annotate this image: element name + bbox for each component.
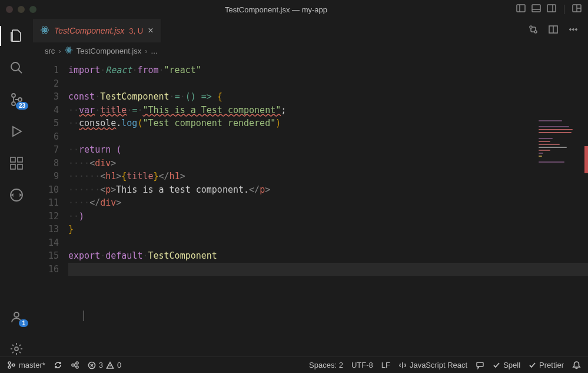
accounts-icon[interactable]: 1 bbox=[0, 309, 33, 325]
git-branch-status[interactable]: master* bbox=[7, 361, 45, 369]
tab-modified-indicator: 3, U bbox=[129, 27, 143, 35]
toggle-primary-sidebar-icon[interactable] bbox=[516, 3, 526, 16]
svg-rect-4 bbox=[547, 5, 556, 12]
encoding-status[interactable]: UTF-8 bbox=[351, 361, 373, 369]
line-number-gutter: 1 2 3 4 5 6 7 8 9 10 11 12 13 14 15 16 bbox=[33, 59, 68, 357]
svg-point-37 bbox=[8, 362, 11, 364]
svg-rect-0 bbox=[517, 5, 525, 12]
prettier-status[interactable]: Prettier bbox=[529, 361, 564, 369]
settings-gear-icon[interactable] bbox=[0, 341, 33, 357]
svg-rect-17 bbox=[18, 164, 22, 169]
scroll-error-indicator[interactable] bbox=[584, 146, 588, 173]
svg-point-38 bbox=[8, 366, 11, 368]
run-debug-icon[interactable] bbox=[0, 124, 33, 139]
toggle-secondary-sidebar-icon[interactable] bbox=[546, 3, 557, 16]
svg-point-27 bbox=[534, 31, 537, 33]
status-bar: master* 3 0 Spaces: 2 UTF-8 LF JavaScrip… bbox=[0, 357, 588, 373]
toggle-panel-icon[interactable] bbox=[531, 3, 542, 16]
svg-line-10 bbox=[18, 70, 22, 73]
language-mode-status[interactable]: JavaScript React bbox=[398, 361, 467, 369]
svg-point-32 bbox=[576, 29, 577, 31]
window-title: TestComponent.jsx — my-app bbox=[36, 5, 516, 14]
text-cursor bbox=[84, 311, 84, 321]
maximize-window-icon[interactable] bbox=[29, 6, 36, 13]
svg-marker-14 bbox=[13, 127, 21, 136]
minimize-window-icon[interactable] bbox=[18, 6, 25, 13]
svg-point-22 bbox=[44, 29, 46, 31]
window-controls[interactable] bbox=[6, 6, 36, 13]
title-bar: TestComponent.jsx — my-app bbox=[0, 0, 588, 19]
breadcrumb-folder[interactable]: src bbox=[45, 47, 55, 55]
react-file-icon bbox=[40, 25, 49, 37]
svg-rect-49 bbox=[477, 362, 483, 367]
separator bbox=[564, 5, 564, 14]
feedback-icon[interactable] bbox=[476, 361, 484, 369]
remote-icon[interactable] bbox=[0, 187, 33, 203]
tab-bar: TestComponent.jsx 3, U × bbox=[33, 19, 588, 42]
chevron-right-icon: › bbox=[145, 47, 147, 55]
svg-point-20 bbox=[14, 312, 19, 317]
problems-status[interactable]: 3 0 bbox=[88, 361, 121, 369]
code-area[interactable]: import·React·from·"react" const·TestComp… bbox=[68, 59, 588, 357]
indentation-status[interactable]: Spaces: 2 bbox=[309, 361, 343, 369]
more-actions-icon[interactable] bbox=[568, 24, 579, 37]
search-icon[interactable] bbox=[0, 60, 33, 75]
compare-changes-icon[interactable] bbox=[528, 24, 539, 37]
svg-line-43 bbox=[74, 364, 76, 365]
svg-point-30 bbox=[570, 29, 572, 31]
react-file-icon bbox=[65, 46, 73, 56]
explorer-icon[interactable] bbox=[0, 28, 33, 44]
account-badge: 1 bbox=[19, 319, 28, 327]
source-control-icon[interactable]: 23 bbox=[0, 92, 33, 107]
svg-point-12 bbox=[12, 102, 15, 105]
svg-line-44 bbox=[74, 366, 76, 367]
split-editor-icon[interactable] bbox=[548, 24, 559, 37]
close-tab-icon[interactable]: × bbox=[148, 25, 153, 36]
layout-controls bbox=[516, 3, 582, 16]
editor-tab[interactable]: TestComponent.jsx 3, U × bbox=[33, 19, 161, 42]
svg-point-41 bbox=[76, 362, 78, 364]
code-editor[interactable]: 1 2 3 4 5 6 7 8 9 10 11 12 13 14 15 16 i… bbox=[33, 59, 588, 357]
eol-status[interactable]: LF bbox=[381, 361, 390, 369]
svg-rect-2 bbox=[532, 5, 540, 12]
svg-point-39 bbox=[12, 364, 15, 367]
live-share-icon[interactable] bbox=[71, 361, 79, 369]
customize-layout-icon[interactable] bbox=[572, 3, 582, 16]
close-window-icon[interactable] bbox=[6, 6, 13, 13]
svg-point-33 bbox=[68, 49, 69, 50]
notifications-icon[interactable] bbox=[572, 361, 581, 369]
chevron-right-icon: › bbox=[58, 47, 61, 55]
svg-point-9 bbox=[11, 62, 19, 71]
svg-rect-15 bbox=[11, 157, 15, 162]
svg-rect-16 bbox=[11, 164, 15, 169]
breadcrumb-symbol[interactable]: ... bbox=[151, 47, 158, 55]
svg-point-31 bbox=[573, 29, 574, 31]
spell-check-status[interactable]: Spell bbox=[493, 361, 520, 369]
scm-badge: 23 bbox=[16, 102, 28, 110]
breadcrumb-file[interactable]: TestComponent.jsx bbox=[77, 47, 142, 55]
breadcrumb[interactable]: src › TestComponent.jsx › ... bbox=[33, 42, 588, 59]
extensions-icon[interactable] bbox=[0, 156, 33, 171]
svg-point-21 bbox=[15, 347, 18, 351]
svg-point-42 bbox=[76, 366, 78, 368]
svg-point-26 bbox=[530, 26, 532, 28]
svg-point-13 bbox=[18, 98, 22, 101]
activity-bar: 23 1 bbox=[0, 19, 33, 357]
sync-changes-icon[interactable] bbox=[54, 361, 62, 369]
svg-point-40 bbox=[72, 364, 74, 367]
tab-filename: TestComponent.jsx bbox=[54, 26, 124, 35]
svg-point-11 bbox=[12, 94, 15, 97]
svg-rect-18 bbox=[18, 157, 22, 162]
